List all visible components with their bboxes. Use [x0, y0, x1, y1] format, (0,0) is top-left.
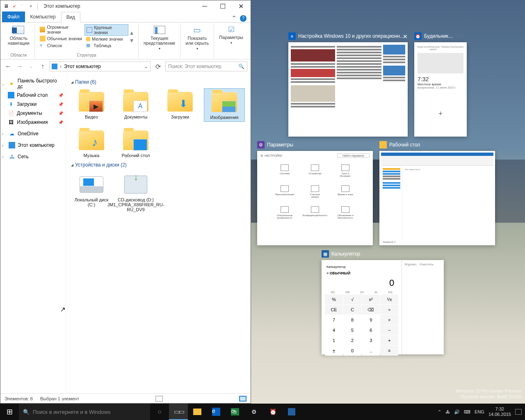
calc-key[interactable]: √: [343, 294, 361, 304]
qat-dropdown-icon[interactable]: [27, 3, 34, 9]
drive-dvd-d[interactable]: CD-дисковод (D:) JM1_CPRA_X86FRER_RU-RU_…: [115, 171, 156, 214]
calc-key[interactable]: =: [380, 346, 398, 356]
taskbar-search[interactable]: 🔍 Поиск в интернете и в Windows: [19, 404, 150, 420]
calc-key[interactable]: 5: [343, 325, 361, 335]
collapse-ribbon-icon[interactable]: [231, 14, 237, 22]
folder-desktop[interactable]: Рабочий стол: [115, 127, 156, 160]
view-normal-icons[interactable]: Обычные значки: [38, 35, 84, 42]
view-huge-icons[interactable]: Огромные значки: [38, 24, 84, 35]
calc-key[interactable]: 9: [362, 315, 380, 325]
tray-network-icon[interactable]: 🖧: [445, 409, 450, 414]
calc-key[interactable]: CE: [325, 305, 343, 315]
tray-keyboard-icon[interactable]: ⌨: [464, 409, 470, 415]
calc-key[interactable]: %: [325, 294, 343, 304]
taskview-thumb-alarm[interactable]: ⏰Будильник… БудильникМировое времяТаймер…: [414, 42, 467, 137]
folder-music[interactable]: Музыка: [71, 127, 112, 160]
qat-newfolder-icon[interactable]: [19, 3, 26, 9]
calc-key[interactable]: ,: [362, 346, 380, 356]
close-icon[interactable]: ✕: [403, 33, 408, 40]
calc-key[interactable]: 7: [325, 315, 343, 325]
calc-display: 0: [325, 276, 398, 290]
tray-chevron-icon[interactable]: ⌃: [438, 409, 441, 415]
taskbar-settings[interactable]: ⚙: [244, 404, 263, 420]
folder-documents[interactable]: AДокументы: [115, 88, 156, 122]
tab-computer[interactable]: Компьютер: [25, 11, 61, 22]
sidebar-onedrive[interactable]: OneDrive: [1, 129, 65, 138]
calc-key[interactable]: ×: [380, 315, 398, 325]
nav-bar: ← → ⌄ ↑ Этот компьютер ⌄ ⟳ Поиск: Этот к…: [0, 59, 251, 73]
calc-key[interactable]: +: [380, 336, 398, 345]
tray-language[interactable]: ENG: [475, 409, 484, 414]
folder-video[interactable]: ▶Видео: [71, 88, 112, 122]
taskbar-alarm[interactable]: ⏰: [263, 404, 282, 420]
taskbar-explorer[interactable]: [188, 404, 207, 420]
recent-dropdown[interactable]: ⌄: [27, 62, 36, 71]
navigation-pane-button[interactable]: Область навигации: [6, 24, 31, 46]
taskview-thumb-settings[interactable]: ⚙Параметры ⚙НАСТРОЙКИНайти параметр Сист…: [257, 151, 373, 245]
tab-view[interactable]: Вид: [61, 12, 81, 23]
options-button[interactable]: Параметры▾: [217, 24, 245, 46]
drive-local-c[interactable]: Локальный диск (C:): [71, 171, 112, 214]
help-icon[interactable]: ?: [240, 15, 247, 22]
tab-file[interactable]: Файл: [2, 11, 25, 22]
sidebar-this-pc[interactable]: Этот компьютер: [1, 141, 65, 150]
group-devices[interactable]: Устройства и диски (2): [71, 162, 246, 168]
minimize-button[interactable]: ─: [196, 1, 214, 11]
calc-key[interactable]: ÷: [380, 305, 398, 315]
view-details-button[interactable]: [155, 396, 163, 402]
forward-button[interactable]: →: [15, 62, 24, 71]
sidebar-quick-access[interactable]: Панель быстрого дс: [1, 77, 65, 91]
start-button[interactable]: [0, 404, 19, 420]
close-button[interactable]: ✕: [232, 1, 250, 11]
search-icon: 🔍: [23, 409, 30, 415]
taskview-thumb-explorer[interactable]: Рабочий стол Эта папка пуста Элементов: …: [379, 151, 495, 245]
calc-key[interactable]: ⌫: [362, 305, 380, 315]
calc-key[interactable]: −: [380, 325, 398, 335]
view-list[interactable]: Список: [38, 42, 84, 49]
folder-pictures[interactable]: Изображения: [204, 88, 245, 122]
view-icons-button[interactable]: [239, 396, 247, 402]
taskbar-edge[interactable]: e: [207, 404, 226, 420]
calc-key[interactable]: 1: [325, 336, 343, 345]
calc-key[interactable]: x²: [362, 294, 380, 304]
calc-key[interactable]: 0: [343, 346, 361, 356]
back-button[interactable]: ←: [4, 62, 13, 71]
taskbar-calculator[interactable]: [282, 404, 301, 420]
taskview-thumb-calculator[interactable]: ▦Калькулятор Калькулятор ≡ ОБЫЧНЫЙ 0 MCM…: [322, 260, 444, 354]
calc-key[interactable]: 8: [343, 315, 361, 325]
tray-clock[interactable]: 7:3214.06.2015: [488, 406, 511, 417]
calc-key[interactable]: 4: [325, 325, 343, 335]
tray-volume-icon[interactable]: 🔊: [454, 409, 460, 415]
up-button[interactable]: ↑: [38, 62, 47, 71]
sidebar-network[interactable]: Сеть: [1, 152, 65, 161]
sidebar-item-desktop[interactable]: Рабочий стол📌: [1, 91, 65, 100]
refresh-button[interactable]: ⟳: [153, 62, 163, 71]
view-table[interactable]: Таблица: [84, 42, 128, 49]
taskview-thumb-browser[interactable]: eНастройка Windows 10 и других операцион…: [288, 42, 408, 137]
show-hide-icon: [191, 25, 204, 35]
view-small-icons[interactable]: Мелкие значки: [84, 36, 128, 42]
address-bar[interactable]: Этот компьютер ⌄: [50, 62, 151, 71]
action-center-icon[interactable]: [515, 409, 522, 415]
show-hide-button[interactable]: Показать или скрыть▾: [184, 24, 210, 52]
calc-key[interactable]: ±: [325, 346, 343, 356]
search-input[interactable]: Поиск: Этот компьютер🔍: [165, 62, 247, 71]
cortana-button[interactable]: [150, 404, 169, 420]
sidebar-item-documents[interactable]: Документы📌: [1, 109, 65, 118]
maximize-button[interactable]: ☐: [214, 1, 232, 11]
calc-key[interactable]: C: [343, 305, 361, 315]
calc-key[interactable]: 2: [343, 336, 361, 345]
group-folders[interactable]: Папки (6): [71, 79, 246, 85]
calc-key[interactable]: 6: [362, 325, 380, 335]
taskbar-store[interactable]: 🛍: [226, 404, 244, 420]
alarm-icon: ⏰: [414, 32, 422, 40]
sidebar-item-downloads[interactable]: Загрузки📌: [1, 100, 65, 109]
sidebar-item-pictures[interactable]: Изображения📌: [1, 118, 65, 127]
task-view-button[interactable]: [169, 404, 188, 420]
view-large-icons[interactable]: Крупные значки: [84, 24, 128, 36]
calc-key[interactable]: ¹/x: [380, 294, 398, 304]
folder-downloads[interactable]: Загрузки: [160, 88, 201, 122]
qat-properties-icon[interactable]: [11, 3, 18, 9]
current-view-button[interactable]: Текущее представление▾: [142, 24, 177, 52]
calc-key[interactable]: 3: [362, 336, 380, 345]
